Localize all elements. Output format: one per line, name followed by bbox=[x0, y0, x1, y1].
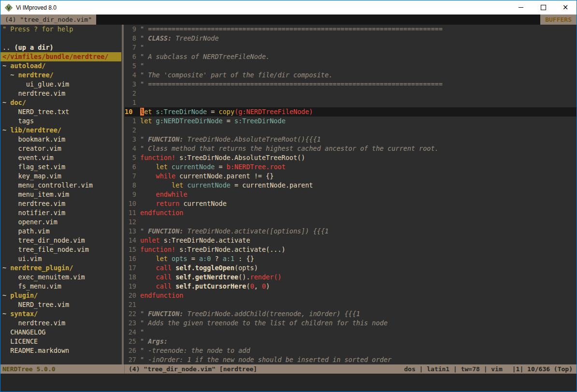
line-number: 8 bbox=[125, 34, 140, 43]
tree-item[interactable]: LICENCE bbox=[0, 337, 121, 346]
line-number: 16 bbox=[125, 254, 140, 263]
tree-item[interactable]: notifier.vim bbox=[0, 208, 121, 218]
line-number: 27 bbox=[125, 355, 140, 364]
code-line[interactable]: 14unlet s:TreeDirNode.activate bbox=[125, 236, 577, 245]
tree-root-item[interactable]: </vimfiles/bundle/nerdtree/ bbox=[0, 52, 121, 61]
tree-item[interactable]: exec_menuitem.vim bbox=[0, 273, 121, 282]
code-line[interactable]: 20endfunction bbox=[125, 291, 577, 300]
code-line[interactable]: 25" Args: bbox=[125, 337, 577, 346]
code-line[interactable]: 16 let opts = a:0 ? a:1 : {} bbox=[125, 254, 577, 263]
tree-item[interactable]: ui.vim bbox=[0, 254, 121, 263]
tree-item[interactable]: ui_glue.vim bbox=[0, 80, 121, 89]
code-line[interactable]: 10 return currentNode bbox=[125, 199, 577, 208]
tree-item[interactable]: README.markdown bbox=[0, 346, 121, 355]
code-line[interactable]: 3" FUNCTION: TreeDirNode.AbsoluteTreeRoo… bbox=[125, 135, 577, 144]
code-line[interactable]: 13" FUNCTION: TreeDirNode.activate([opti… bbox=[125, 227, 577, 236]
code-line[interactable]: 5" bbox=[125, 61, 577, 71]
tree-item[interactable]: ~ nerdtree/ bbox=[0, 71, 121, 80]
maximize-button[interactable] bbox=[532, 0, 554, 15]
tree-item[interactable]: tags bbox=[0, 116, 121, 126]
tree-item[interactable]: ~ autoload/ bbox=[0, 61, 121, 71]
tree-item[interactable]: path.vim bbox=[0, 227, 121, 236]
line-number: 2 bbox=[125, 89, 140, 98]
code-line[interactable]: 12 bbox=[125, 218, 577, 227]
tree-item[interactable]: event.vim bbox=[0, 153, 121, 162]
tab-tree-dir-node[interactable]: (4) "tree_dir_node.vim" bbox=[0, 15, 96, 25]
line-number: 22 bbox=[125, 309, 140, 319]
command-line[interactable] bbox=[0, 374, 577, 392]
code-line[interactable]: 11endfunction bbox=[125, 208, 577, 218]
statusline-fileinfo: dos | latin1 | tw=78 | vim bbox=[404, 364, 503, 374]
tree-item[interactable]: nerdtree.vim bbox=[0, 89, 121, 98]
tree-item[interactable]: opener.vim bbox=[0, 218, 121, 227]
code-line[interactable]: 2 bbox=[125, 126, 577, 135]
code-line[interactable]: 8" CLASS: TreeDirNode bbox=[125, 34, 577, 43]
tree-item[interactable]: menu_item.vim bbox=[0, 190, 121, 199]
statusline-spacer bbox=[257, 364, 404, 374]
nerdtree-pane: " Press ? for help.. (up a dir)</vimfile… bbox=[0, 25, 121, 364]
tree-item[interactable]: ~ syntax/ bbox=[0, 309, 121, 319]
code-line[interactable]: 5function! s:TreeDirNode.AbsoluteTreeRoo… bbox=[125, 153, 577, 162]
code-line[interactable]: 7" bbox=[125, 43, 577, 52]
tabline-fill bbox=[96, 15, 540, 25]
line-number: 20 bbox=[125, 291, 140, 300]
vim-window: V Vi IMproved 8.0 × (4) "tree_dir_node.v… bbox=[0, 0, 577, 392]
code-line[interactable]: 22" FUNCTION: TreeDirNode.addChild(treen… bbox=[125, 309, 577, 319]
code-line[interactable]: 9 endwhile bbox=[125, 190, 577, 199]
code-line[interactable]: 7 while currentNode.parent != {} bbox=[125, 172, 577, 181]
tree-item[interactable]: CHANGELOG bbox=[0, 328, 121, 337]
svg-text:V: V bbox=[7, 5, 11, 10]
tree-item[interactable]: nerdtree.vim bbox=[0, 199, 121, 208]
tree-item[interactable]: .. (up a dir) bbox=[0, 43, 121, 52]
minimize-button[interactable] bbox=[510, 0, 532, 15]
code-line[interactable]: 4" Class method that returns the highest… bbox=[125, 144, 577, 153]
code-line[interactable]: 9" =====================================… bbox=[125, 25, 577, 34]
line-number: 26 bbox=[125, 346, 140, 355]
tree-item[interactable]: " Press ? for help bbox=[0, 25, 121, 34]
tree-item[interactable]: creator.vim bbox=[0, 144, 121, 153]
code-line[interactable]: 6" A subclass of NERDTreeFileNode. bbox=[125, 52, 577, 61]
code-line[interactable]: 18 call self.getNerdtree().render() bbox=[125, 273, 577, 282]
code-line[interactable]: 1let g:NERDTreeDirNode = s:TreeDirNode bbox=[125, 116, 577, 126]
tree-item[interactable]: flag_set.vim bbox=[0, 162, 121, 172]
line-number: 10 bbox=[125, 199, 140, 208]
tree-item[interactable]: NERD_tree.txt bbox=[0, 107, 121, 116]
tree-item[interactable]: menu_controller.vim bbox=[0, 181, 121, 190]
tree-item[interactable]: tree_dir_node.vim bbox=[0, 236, 121, 245]
close-button[interactable]: × bbox=[554, 0, 577, 15]
code-line[interactable]: 23" Adds the given treenode to the list … bbox=[125, 319, 577, 328]
line-number: 10 bbox=[125, 107, 140, 116]
code-line[interactable]: 21 bbox=[125, 300, 577, 309]
tree-item[interactable]: NERD_tree.vim bbox=[0, 300, 121, 309]
tree-item[interactable]: ~ lib/nerdtree/ bbox=[0, 126, 121, 135]
tree-item[interactable]: nerdtree.vim bbox=[0, 319, 121, 328]
tree-item[interactable]: ~ doc/ bbox=[0, 98, 121, 107]
code-line[interactable]: 2 bbox=[125, 89, 577, 98]
window-separator[interactable] bbox=[121, 25, 125, 364]
tree-item[interactable]: fs_menu.vim bbox=[0, 282, 121, 291]
code-line[interactable]: 27" -inOrder: 1 if the new node should b… bbox=[125, 355, 577, 364]
code-line[interactable]: 3" =====================================… bbox=[125, 80, 577, 89]
main-split: " Press ? for help.. (up a dir)</vimfile… bbox=[0, 25, 577, 364]
code-line[interactable]: 8 let currentNode = currentNode.parent bbox=[125, 181, 577, 190]
line-number: 17 bbox=[125, 263, 140, 273]
code-line[interactable]: 26" -treenode: the node to add bbox=[125, 346, 577, 355]
tree-item[interactable]: key_map.vim bbox=[0, 172, 121, 181]
code-line[interactable]: 1 bbox=[125, 98, 577, 107]
code-line[interactable]: 4" The 'composite' part of the file/dir … bbox=[125, 71, 577, 80]
tree-item[interactable]: bookmark.vim bbox=[0, 135, 121, 144]
line-number: 7 bbox=[125, 43, 140, 52]
cursor-line[interactable]: 10let s:TreeDirNode = copy(g:NERDTreeFil… bbox=[125, 107, 577, 116]
line-number: 5 bbox=[125, 153, 140, 162]
editor-pane: 9" =====================================… bbox=[125, 25, 577, 364]
code-line[interactable]: 24" bbox=[125, 328, 577, 337]
tree-item[interactable]: ~ nerdtree_plugin/ bbox=[0, 263, 121, 273]
code-line[interactable]: 19 call self.putCursorHere(0, 0) bbox=[125, 282, 577, 291]
tree-item[interactable]: ~ plugin/ bbox=[0, 291, 121, 300]
tree-item[interactable]: tree_file_node.vim bbox=[0, 245, 121, 254]
code-line[interactable]: 17 call self.toggleOpen(opts) bbox=[125, 263, 577, 273]
code-line[interactable]: 6 let currentNode = b:NERDTree.root bbox=[125, 162, 577, 172]
line-number: 13 bbox=[125, 227, 140, 236]
line-number: 3 bbox=[125, 80, 140, 89]
code-line[interactable]: 15function! s:TreeDirNode.activate(...) bbox=[125, 245, 577, 254]
